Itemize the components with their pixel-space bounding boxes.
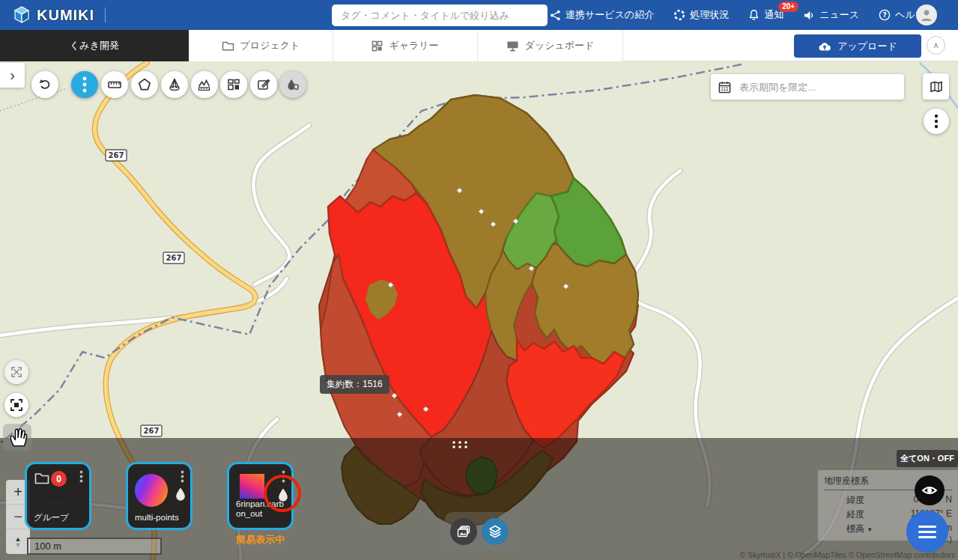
layout-grid-icon (226, 77, 241, 92)
calendar-icon (718, 81, 731, 94)
opacity-drop-icon[interactable] (175, 487, 187, 502)
bell-icon (748, 9, 760, 21)
cloud-upload-icon (818, 41, 831, 52)
elevation-label[interactable]: 標高 ▼ (846, 523, 873, 535)
chevron-up-icon: ∧ (933, 40, 939, 50)
menu-item-news[interactable]: ニュース (803, 8, 859, 22)
focus-selection-button[interactable] (4, 393, 28, 417)
header-menu: 連携サービスの紹介 処理状況 通知 20+ (550, 0, 925, 30)
layer-card-label: グループ (34, 513, 85, 523)
header-divider (105, 7, 106, 22)
panel-drag-handle[interactable] (451, 439, 470, 450)
edit-icon (256, 77, 271, 92)
chevron-down-icon: ▼ (867, 526, 873, 533)
global-search-input[interactable] (332, 4, 548, 26)
simple-display-status: 簡易表示中 (227, 533, 294, 547)
app-header: KUMIKI 連携サービスの紹介 処理状況 (0, 0, 958, 30)
basemap-button[interactable] (923, 73, 949, 100)
share-icon (550, 10, 561, 21)
layers-view-button[interactable] (482, 518, 509, 545)
map-icon (929, 79, 944, 94)
layer-card-multi-points[interactable]: multi-points (126, 462, 192, 530)
spinner-icon (673, 9, 685, 21)
app: 267 267 267 › (0, 0, 958, 560)
main-nav: くみき開発 プロジェクト ギャラリー ダッシュボード (0, 30, 958, 61)
nav-collapse-button[interactable]: ∧ (927, 36, 945, 55)
card-menu-icon[interactable] (79, 470, 83, 483)
elevation-profile-button[interactable] (191, 71, 218, 98)
user-avatar[interactable] (916, 4, 937, 25)
hamburger-icon (918, 526, 936, 528)
gallery-view-button[interactable] (450, 518, 477, 545)
menu-item-services[interactable]: 連携サービスの紹介 (550, 8, 654, 22)
fit-bounds-button[interactable] (4, 360, 28, 384)
folder-icon (34, 472, 49, 484)
layer-menu-button[interactable] (906, 511, 948, 553)
undo-icon (37, 77, 52, 92)
road-shield-label: 267 (166, 254, 182, 262)
latitude-label: 緯度 (846, 494, 864, 507)
road-shield-label: 267 (144, 427, 160, 435)
pentagon-icon (137, 77, 152, 92)
cluster-tooltip: 集約数：1516 (320, 375, 389, 394)
map-menu-button[interactable] (924, 109, 949, 134)
date-filter-input[interactable] (738, 81, 897, 94)
layer-card-label: multi-points (135, 513, 186, 523)
layers-icon (487, 523, 503, 540)
group-count-badge: 0 (51, 471, 67, 487)
visibility-toggle-button[interactable] (915, 475, 945, 505)
kebab-icon (934, 114, 939, 129)
measure-volume-button[interactable] (161, 71, 188, 98)
road-shield-label: 267 (109, 151, 124, 159)
ruler-icon (107, 77, 122, 92)
kumiki-logo-icon (12, 5, 31, 25)
person-icon (919, 7, 934, 22)
tab-gallery[interactable]: ギャラリー (333, 30, 478, 61)
menu-item-status[interactable]: 処理状況 (673, 8, 729, 22)
undo-button[interactable] (31, 71, 58, 98)
notification-badge: 20+ (778, 1, 798, 12)
scale-bar: 100 m (27, 538, 162, 555)
blend-button (279, 71, 306, 98)
help-icon: ? (879, 9, 891, 21)
speaker-icon (803, 10, 815, 21)
layer-thumbnail (240, 474, 264, 499)
menu-item-notifications[interactable]: 通知 20+ (748, 8, 783, 22)
tab-dashboard[interactable]: ダッシュボード (478, 30, 623, 61)
photos-stack-icon (456, 524, 471, 539)
measure-area-button[interactable] (131, 71, 158, 98)
layout-compare-button[interactable] (220, 71, 247, 98)
tab-kumiki-dev[interactable]: くみき開発 (0, 30, 189, 61)
date-filter (711, 74, 904, 100)
view-mode-pill (445, 512, 514, 551)
expand-arrows-icon (10, 365, 23, 379)
brand[interactable]: KUMIKI (12, 5, 94, 25)
blend-icon (285, 77, 300, 92)
cone-icon (167, 77, 182, 92)
grab-cursor-icon (8, 427, 28, 449)
longitude-label: 経度 (846, 508, 864, 521)
card-menu-icon[interactable] (181, 470, 184, 483)
svg-text:?: ? (882, 11, 886, 19)
tab-projects[interactable]: プロジェクト (189, 30, 333, 61)
measure-distance-button[interactable] (101, 71, 128, 98)
sidebar-expand-button[interactable]: › (0, 63, 25, 88)
pitch-down-icon: ▼ (15, 542, 22, 548)
layer-thumbnail (135, 474, 168, 507)
terrain-profile-icon (197, 77, 212, 92)
kebab-icon (82, 76, 87, 93)
upload-button[interactable]: アップロード (794, 34, 921, 58)
chevron-right-icon: › (10, 67, 15, 84)
toggle-all-label: 全てON・OFF (897, 450, 958, 467)
folder-icon (222, 40, 234, 51)
monitor-icon (506, 40, 519, 52)
eye-icon (921, 481, 939, 499)
tool-menu-button[interactable] (71, 71, 98, 98)
focus-icon (10, 398, 23, 412)
edit-button[interactable] (250, 71, 277, 98)
layer-card-group[interactable]: 0 グループ (25, 462, 91, 530)
grid-icon (372, 40, 383, 52)
brand-name: KUMIKI (37, 7, 94, 24)
